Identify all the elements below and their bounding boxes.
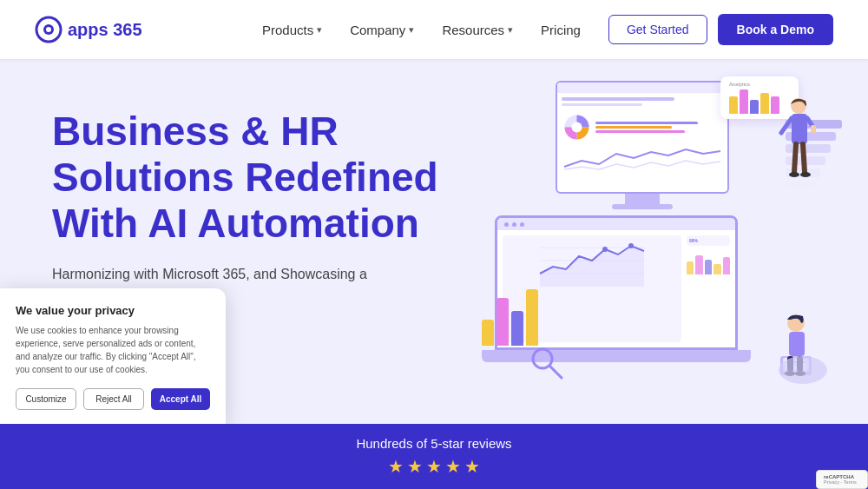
svg-line-7 bbox=[781, 118, 792, 133]
cookie-text: We use cookies to enhance your browsing … bbox=[16, 324, 210, 376]
bar-chart-float bbox=[482, 285, 538, 346]
cookie-title: We value your privacy bbox=[16, 304, 210, 317]
cookie-customize-button[interactable]: Customize bbox=[16, 388, 76, 410]
person-sitting bbox=[777, 311, 833, 389]
svg-point-18 bbox=[602, 247, 608, 252]
magnifier-icon bbox=[529, 346, 564, 380]
star-2: ★ bbox=[407, 456, 423, 477]
svg-point-13 bbox=[800, 172, 811, 177]
svg-point-4 bbox=[572, 122, 582, 133]
cookie-accept-button[interactable]: Accept All bbox=[151, 388, 210, 410]
svg-point-12 bbox=[789, 172, 799, 177]
star-4: ★ bbox=[445, 456, 461, 477]
navbar: apps 365 Products ▾ Company ▾ Resources … bbox=[0, 0, 868, 59]
chevron-down-icon: ▾ bbox=[508, 24, 513, 36]
logo-icon bbox=[35, 16, 62, 43]
monitor-display bbox=[556, 81, 729, 211]
nav-products[interactable]: Products ▾ bbox=[252, 16, 332, 44]
nav-resources[interactable]: Resources ▾ bbox=[431, 16, 523, 44]
star-rating: ★ ★ ★ ★ ★ bbox=[388, 456, 480, 477]
star-1: ★ bbox=[388, 456, 404, 477]
svg-rect-23 bbox=[789, 332, 805, 356]
logo[interactable]: apps 365 bbox=[35, 16, 142, 43]
cookie-reject-button[interactable]: Reject All bbox=[83, 388, 144, 410]
cookie-buttons: Customize Reject All Accept All bbox=[16, 388, 210, 410]
nav-links: Products ▾ Company ▾ Resources ▾ Pricing bbox=[252, 16, 591, 44]
hero-section: Business & HR Solutions Redefined With A… bbox=[0, 59, 868, 424]
svg-point-33 bbox=[779, 356, 827, 384]
star-5: ★ bbox=[464, 456, 480, 477]
illustration-wrap: Analytics bbox=[477, 68, 842, 415]
nav-company[interactable]: Company ▾ bbox=[339, 16, 424, 44]
person-standing bbox=[773, 94, 816, 207]
nav-actions: Get Started Book a Demo bbox=[608, 14, 833, 45]
svg-line-11 bbox=[803, 144, 805, 172]
cookie-banner: We value your privacy We use cookies to … bbox=[0, 288, 226, 424]
get-started-button[interactable]: Get Started bbox=[608, 15, 707, 44]
svg-point-19 bbox=[628, 243, 634, 248]
chevron-down-icon: ▾ bbox=[409, 24, 414, 36]
svg-line-10 bbox=[794, 144, 796, 172]
chevron-down-icon: ▾ bbox=[317, 24, 322, 36]
star-3: ★ bbox=[426, 456, 442, 477]
reviews-text: Hundreds of 5-star reviews bbox=[356, 436, 511, 451]
nav-pricing[interactable]: Pricing bbox=[530, 16, 591, 44]
svg-point-2 bbox=[46, 27, 51, 32]
recaptcha-badge: reCAPTCHA Privacy - Terms bbox=[816, 470, 868, 489]
hero-title: Business & HR Solutions Redefined With A… bbox=[52, 109, 451, 247]
hero-illustration: Analytics bbox=[477, 68, 842, 415]
svg-rect-6 bbox=[792, 114, 807, 144]
svg-line-21 bbox=[549, 366, 562, 378]
book-demo-button[interactable]: Book a Demo bbox=[718, 14, 833, 45]
brand-name: apps 365 bbox=[68, 20, 142, 40]
svg-rect-9 bbox=[811, 125, 816, 133]
reviews-bar: Hundreds of 5-star reviews ★ ★ ★ ★ ★ bbox=[0, 424, 868, 489]
